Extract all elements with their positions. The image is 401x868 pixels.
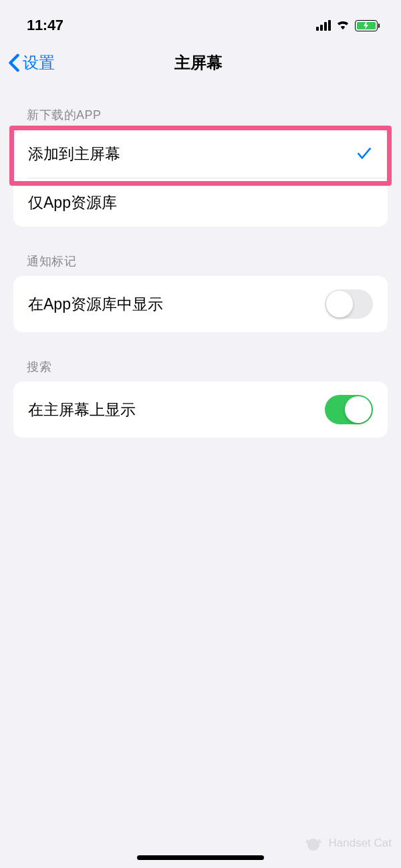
watermark-text: Handset Cat: [329, 837, 392, 850]
show-on-home-row: 在主屏幕上显示: [13, 382, 388, 438]
watermark-logo-icon: [303, 833, 323, 853]
row-label: 在主屏幕上显示: [28, 400, 136, 420]
search-group: 在主屏幕上显示: [13, 382, 388, 438]
status-bar: 11:47: [0, 0, 401, 39]
section-header-search: 搜索: [13, 332, 388, 382]
navigation-bar: 设置 主屏幕: [0, 39, 401, 83]
app-library-badge-switch[interactable]: [325, 289, 373, 319]
wifi-icon: [336, 19, 350, 32]
option-label: 添加到主屏幕: [28, 144, 120, 164]
badges-group: 在App资源库中显示: [13, 276, 388, 332]
row-label: 在App资源库中显示: [28, 294, 163, 315]
section-header-new-apps: 新下载的APP: [13, 83, 388, 130]
section-header-badges: 通知标记: [13, 227, 388, 276]
chevron-left-icon: [8, 53, 20, 72]
checkmark-icon: [356, 145, 373, 162]
status-time: 11:47: [27, 17, 63, 34]
watermark: Handset Cat: [303, 833, 392, 853]
page-title: 主屏幕: [174, 52, 223, 74]
svg-point-0: [307, 839, 319, 851]
option-app-library-only[interactable]: 仅App资源库: [13, 178, 388, 227]
battery-icon: [355, 20, 380, 31]
home-indicator[interactable]: [137, 855, 264, 860]
option-add-to-home[interactable]: 添加到主屏幕: [13, 130, 388, 178]
new-apps-group: 添加到主屏幕 仅App资源库: [13, 130, 388, 227]
back-label: 设置: [23, 52, 55, 74]
cellular-signal-icon: [316, 20, 331, 31]
show-in-app-library-row: 在App资源库中显示: [13, 276, 388, 332]
status-icons: [316, 19, 380, 32]
home-search-switch[interactable]: [325, 395, 373, 424]
back-button[interactable]: 设置: [8, 52, 55, 74]
option-label: 仅App资源库: [28, 192, 117, 213]
